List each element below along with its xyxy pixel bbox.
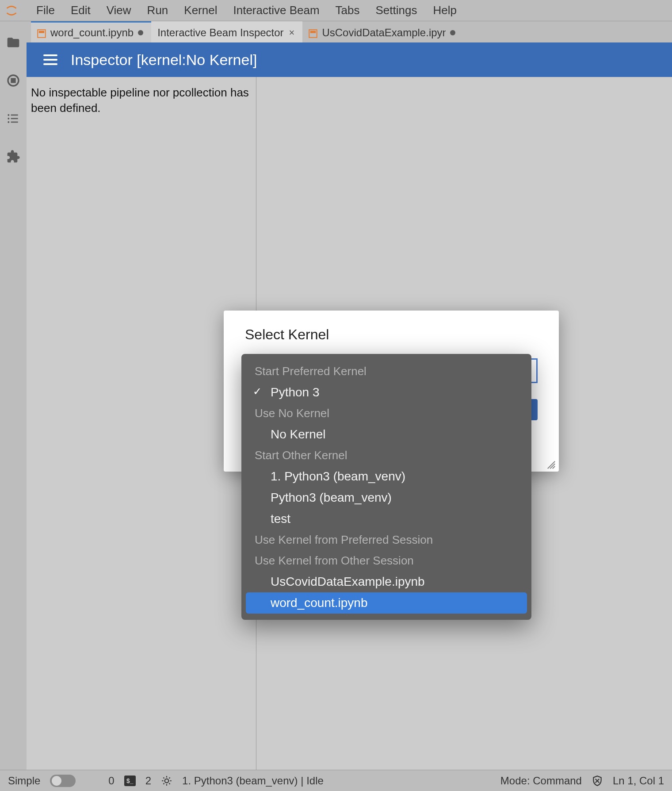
counter-0: 0: [108, 775, 114, 787]
svg-point-2: [8, 114, 9, 116]
svg-rect-7: [11, 122, 18, 123]
inspector-header: Inspector [kernel:No Kernel]: [27, 42, 672, 77]
dd-item-no-kernel[interactable]: No Kernel: [241, 424, 531, 445]
simple-toggle[interactable]: [50, 775, 76, 787]
svg-point-12: [165, 779, 169, 783]
kernel-label: 1. Python3 (beam_venv) | Idle: [182, 775, 324, 787]
hamburger-icon[interactable]: [43, 54, 57, 65]
menu-edit[interactable]: Edit: [63, 1, 99, 20]
kernel-dropdown: Start Preferred Kernel Python 3 Use No K…: [241, 354, 531, 620]
inspector-left-panel: No inspectable pipeline nor pcollection …: [27, 77, 256, 770]
dd-group-other-session: Use Kernel from Other Session: [241, 550, 531, 571]
svg-point-6: [8, 121, 9, 123]
simple-label: Simple: [8, 775, 40, 787]
toc-icon[interactable]: [5, 111, 21, 127]
dd-group-preferred-session: Use Kernel from Preferred Session: [241, 530, 531, 550]
unsaved-dot-icon: [450, 30, 455, 35]
dd-group-no-kernel: Use No Kernel: [241, 403, 531, 424]
menu-settings[interactable]: Settings: [367, 1, 425, 20]
menu-kernel[interactable]: Kernel: [176, 1, 225, 20]
cursor-label: Ln 1, Col 1: [613, 775, 664, 787]
dd-item-python3-beam2[interactable]: Python3 (beam_venv): [241, 487, 531, 508]
dd-item-wordcount[interactable]: word_count.ipynb: [246, 592, 527, 614]
menu-file[interactable]: File: [28, 1, 63, 20]
svg-rect-3: [11, 115, 18, 116]
tab-inspector[interactable]: Interactive Beam Inspector ×: [151, 21, 302, 42]
terminal-icon[interactable]: $_: [124, 776, 136, 786]
counter-1: 2: [145, 775, 151, 787]
svg-rect-9: [39, 31, 45, 33]
dd-group-preferred: Start Preferred Kernel: [241, 361, 531, 382]
dd-item-python3-beam1[interactable]: 1. Python3 (beam_venv): [241, 466, 531, 487]
svg-rect-5: [11, 118, 18, 119]
svg-rect-11: [310, 31, 316, 33]
jupyter-logo: [4, 4, 19, 18]
tab-label: Interactive Beam Inspector: [157, 27, 283, 39]
menu-interactive-beam[interactable]: Interactive Beam: [225, 1, 327, 20]
mode-label: Mode: Command: [500, 775, 582, 787]
dd-group-other-kernel: Start Other Kernel: [241, 445, 531, 466]
menu-view[interactable]: View: [99, 1, 139, 20]
tab-bar: word_count.ipynb Interactive Beam Inspec…: [27, 21, 672, 42]
status-bar: Simple 0 $_ 2 1. Python3 (beam_venv) | I…: [0, 770, 672, 791]
dd-item-uscovid[interactable]: UsCovidDataExample.ipynb: [241, 571, 531, 592]
tab-word-count[interactable]: word_count.ipynb: [31, 21, 151, 42]
svg-rect-1: [11, 79, 15, 82]
close-icon[interactable]: ×: [288, 27, 295, 38]
dd-item-test[interactable]: test: [241, 508, 531, 530]
menu-run[interactable]: Run: [139, 1, 176, 20]
dd-item-python3[interactable]: Python 3: [241, 382, 531, 403]
extensions-icon[interactable]: [5, 149, 21, 165]
left-sidebar: [0, 21, 27, 770]
kernel-status-icon[interactable]: [161, 775, 172, 787]
inspector-title: Inspector [kernel:No Kernel]: [71, 51, 257, 69]
files-icon[interactable]: [5, 35, 21, 50]
tab-uscovid[interactable]: UsCovidDataExample.ipynb: [302, 21, 463, 42]
tab-label: word_count.ipynb: [50, 27, 134, 39]
resize-handle-icon[interactable]: [546, 460, 556, 470]
unsaved-dot-icon: [138, 30, 143, 35]
notebook-icon: [37, 28, 46, 37]
dialog-title: Select Kernel: [245, 326, 538, 343]
menu-tabs[interactable]: Tabs: [328, 1, 368, 20]
trust-icon[interactable]: [592, 775, 603, 787]
svg-point-4: [8, 118, 9, 119]
running-icon[interactable]: [5, 73, 21, 88]
menu-help[interactable]: Help: [425, 1, 464, 20]
tab-label: UsCovidDataExample.ipynb: [322, 27, 446, 39]
notebook-icon: [309, 28, 317, 37]
menu-bar: File Edit View Run Kernel Interactive Be…: [0, 0, 672, 21]
